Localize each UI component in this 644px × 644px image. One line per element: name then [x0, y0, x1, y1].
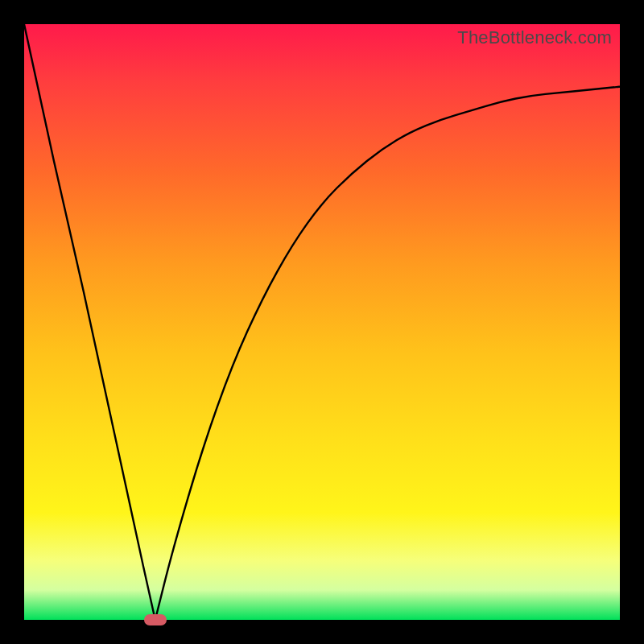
- bottleneck-curve: [24, 24, 620, 620]
- chart-frame: TheBottleneck.com: [0, 0, 644, 644]
- curve-path: [24, 24, 620, 620]
- optimal-marker: [144, 614, 167, 625]
- watermark-label: TheBottleneck.com: [457, 27, 612, 48]
- plot-area: TheBottleneck.com: [24, 24, 620, 620]
